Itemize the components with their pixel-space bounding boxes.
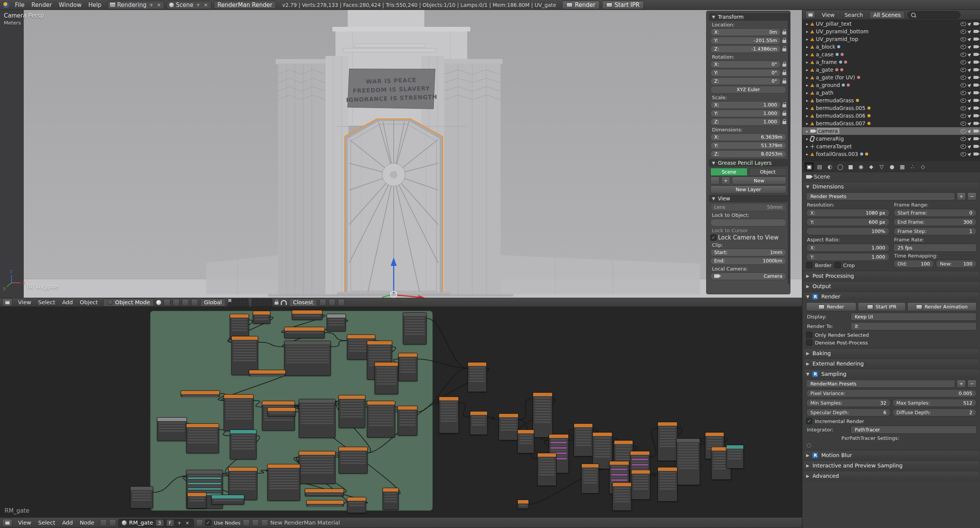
lock-icon[interactable]: [275, 302, 278, 305]
visibility-eye-icon[interactable]: [960, 37, 966, 41]
material-node[interactable]: [470, 411, 488, 435]
layer-grid[interactable]: [228, 298, 272, 307]
layer-cell[interactable]: [256, 303, 260, 307]
tab-texture[interactable]: ▦: [898, 162, 907, 171]
panel-header[interactable]: ▼RSampling: [804, 370, 979, 378]
expand-icon[interactable]: ▸: [806, 75, 808, 80]
outliner-row[interactable]: ▸a_gate (for UV): [802, 74, 980, 81]
menu-file[interactable]: File: [11, 1, 28, 9]
outliner-row[interactable]: ▸UV_pillar_text: [802, 20, 980, 28]
expand-icon[interactable]: ▸: [806, 83, 808, 88]
material-node[interactable]: [517, 500, 529, 509]
render-opengl-anim-icon[interactable]: [329, 299, 335, 306]
number-field[interactable]: Z:1.000: [710, 118, 781, 126]
viewport-menu-add[interactable]: Add: [59, 299, 76, 306]
lock-icon[interactable]: [782, 113, 786, 116]
outliner-row[interactable]: ▸bermudaGrass.006: [802, 112, 980, 120]
scene-selector[interactable]: Scene + ×: [167, 1, 211, 9]
shield-icon[interactable]: [196, 519, 203, 526]
tab-data[interactable]: ▽: [877, 162, 886, 171]
renderable-icon[interactable]: [973, 114, 978, 117]
renderable-icon[interactable]: [973, 68, 978, 71]
menu-help[interactable]: Help: [85, 1, 105, 9]
material-node[interactable]: [231, 336, 258, 375]
add-scene-button[interactable]: +: [195, 2, 201, 8]
number-field[interactable]: X:1080 px: [806, 209, 890, 217]
outliner-row[interactable]: ▸foxtailGrass.003: [802, 150, 980, 158]
material-node[interactable]: [230, 430, 257, 459]
selectable-icon[interactable]: [967, 67, 972, 72]
selectable-icon[interactable]: [967, 83, 972, 87]
npanel-scrollbar[interactable]: [788, 13, 790, 284]
layer-cell[interactable]: [268, 298, 272, 302]
expand-icon[interactable]: ▸: [806, 90, 808, 95]
start-ipr-button[interactable]: Start IPR: [602, 1, 644, 9]
expand-icon[interactable]: ▸: [806, 113, 808, 118]
render-opengl-icon[interactable]: [319, 299, 326, 306]
menu-render[interactable]: Render: [28, 1, 55, 9]
number-field[interactable]: Frame Step:1: [893, 227, 977, 235]
selectable-icon[interactable]: [967, 113, 972, 118]
material-node[interactable]: [249, 370, 286, 376]
renderable-icon[interactable]: [973, 152, 978, 156]
expand-icon[interactable]: ▸: [806, 37, 808, 42]
material-node[interactable]: [676, 438, 700, 485]
outliner-row[interactable]: ▸UV_pyramid_bottom: [802, 28, 980, 35]
number-field[interactable]: Diffuse Depth:2: [892, 408, 977, 416]
use-nodes-checkbox[interactable]: [205, 520, 211, 526]
material-node[interactable]: [347, 497, 366, 513]
number-field[interactable]: Y:0°: [710, 69, 781, 77]
tab-render[interactable]: ▣: [805, 162, 814, 171]
material-node[interactable]: [581, 464, 599, 494]
visibility-eye-icon[interactable]: [960, 52, 966, 57]
visibility-eye-icon[interactable]: [960, 68, 966, 72]
editor-type-button[interactable]: [2, 298, 12, 307]
panel-header[interactable]: ▶Interactive and Preview Sampling: [804, 461, 979, 470]
material-node[interactable]: [211, 495, 244, 505]
fake-user-chip[interactable]: F: [166, 519, 174, 526]
visibility-eye-icon[interactable]: [960, 91, 966, 95]
selectable-icon[interactable]: [967, 90, 972, 95]
orientation-dropdown[interactable]: Global: [200, 298, 226, 307]
pin-icon[interactable]: [243, 519, 250, 526]
material-node[interactable]: [339, 447, 368, 474]
material-node[interactable]: [517, 430, 534, 453]
tab-render-layers[interactable]: ▤: [815, 162, 824, 171]
node-menu-node[interactable]: Node: [76, 519, 98, 526]
material-node[interactable]: [306, 500, 344, 506]
tab-constraints[interactable]: ◉: [856, 162, 865, 171]
visibility-eye-icon[interactable]: [960, 129, 966, 133]
panel-header[interactable]: ▼RRender: [804, 292, 979, 301]
panel-header[interactable]: ▶RMotion Blur: [804, 451, 979, 459]
tab-particles[interactable]: ∴: [908, 162, 917, 171]
outliner-row[interactable]: ▸a_gate: [802, 66, 980, 74]
material-node[interactable]: [439, 397, 459, 433]
material-node[interactable]: [631, 470, 650, 500]
node-menu-add[interactable]: Add: [59, 519, 76, 526]
layer-cell[interactable]: [264, 303, 268, 307]
preset-dropdown[interactable]: Render Presets: [806, 192, 955, 200]
number-field[interactable]: Old:100: [893, 260, 934, 268]
material-node[interactable]: [403, 312, 427, 344]
renderable-icon[interactable]: [973, 137, 978, 140]
number-field[interactable]: 100%: [806, 227, 890, 235]
material-node[interactable]: [383, 488, 399, 510]
renderable-icon[interactable]: [973, 53, 978, 56]
lock-icon[interactable]: [782, 48, 786, 51]
layer-cell[interactable]: [252, 303, 255, 307]
outliner-row[interactable]: ▸a_block: [802, 43, 980, 51]
menu-window[interactable]: Window: [56, 1, 85, 9]
outliner-row[interactable]: ▸bermudaGrass.007: [802, 120, 980, 127]
number-field[interactable]: Y:-201.55m: [710, 37, 781, 44]
selectable-icon[interactable]: [967, 129, 972, 133]
material-node[interactable]: [367, 401, 395, 438]
outliner-row[interactable]: ▸UV_pyramid_top: [802, 35, 980, 43]
shader-type-icon[interactable]: [100, 519, 107, 526]
render-button[interactable]: Render: [806, 302, 856, 311]
local-camera-field[interactable]: Camera: [710, 272, 786, 280]
layer-cell[interactable]: [268, 303, 272, 307]
selectable-icon[interactable]: [967, 52, 972, 57]
layer-cell[interactable]: [241, 298, 244, 302]
shading-option-icon-1[interactable]: [164, 299, 170, 306]
expand-icon[interactable]: ▸: [806, 121, 808, 126]
